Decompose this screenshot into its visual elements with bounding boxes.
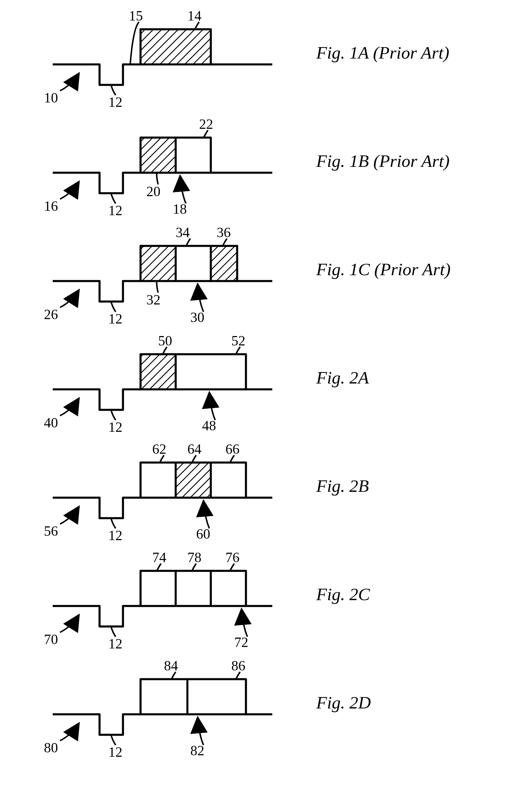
port-ref-arrow bbox=[197, 284, 204, 312]
figure-caption: Fig. 2D bbox=[316, 693, 371, 712]
fig-2d bbox=[53, 672, 272, 745]
main-ref: 80 bbox=[44, 740, 58, 755]
segment-ref: 36 bbox=[217, 225, 231, 240]
notch-ref-leader bbox=[111, 519, 116, 528]
segment-ref: 62 bbox=[152, 441, 166, 457]
notch-ref: 12 bbox=[108, 636, 122, 651]
notch-ref: 12 bbox=[108, 744, 122, 760]
figure-caption: Fig. 1A (Prior Art) bbox=[316, 43, 449, 62]
fig-1a bbox=[53, 22, 272, 95]
main-ref: 56 bbox=[44, 523, 58, 539]
segment-ref: 52 bbox=[231, 333, 245, 348]
fig-1c bbox=[53, 238, 272, 312]
segment-ref: 20 bbox=[146, 184, 160, 199]
notch-ref-leader bbox=[111, 303, 116, 312]
segment-ref: 76 bbox=[225, 549, 240, 565]
figure-caption: Fig. 2A bbox=[316, 368, 369, 387]
fig-2b bbox=[53, 455, 272, 528]
fig-2c bbox=[53, 563, 272, 637]
main-ref-arrow bbox=[60, 181, 79, 199]
port-ref: 82 bbox=[190, 743, 204, 758]
notch-ref: 12 bbox=[108, 527, 122, 543]
segment-ref: 84 bbox=[164, 658, 178, 673]
main-ref-arrow bbox=[60, 73, 79, 91]
porch-ref-leader bbox=[130, 22, 139, 63]
segment-ref: 74 bbox=[152, 549, 166, 565]
main-ref: 16 bbox=[44, 198, 58, 214]
notch-ref-leader bbox=[111, 628, 116, 637]
segment-ref: 50 bbox=[158, 333, 172, 348]
segment-hatched bbox=[141, 355, 175, 388]
port-ref-arrow bbox=[180, 176, 186, 204]
port-ref-arrow bbox=[204, 501, 209, 528]
main-ref: 70 bbox=[44, 632, 58, 647]
port-ref: 60 bbox=[196, 526, 210, 542]
figure-caption: Fig. 2C bbox=[316, 585, 370, 604]
segment-hatched bbox=[212, 247, 236, 280]
segment-ref-leader bbox=[157, 174, 158, 185]
port-ref-arrow bbox=[209, 392, 215, 420]
fig-1b bbox=[53, 130, 272, 204]
segment-ref: 78 bbox=[187, 549, 202, 565]
segment-ref-leader bbox=[157, 282, 158, 293]
port-ref: 18 bbox=[173, 201, 187, 217]
notch-ref-leader bbox=[111, 194, 116, 204]
segment-ref: 86 bbox=[231, 658, 245, 673]
fig-2a bbox=[53, 347, 272, 420]
notch-ref-leader bbox=[111, 736, 116, 745]
porch-ref: 15 bbox=[129, 8, 143, 23]
notch-ref: 12 bbox=[108, 94, 122, 110]
main-ref-arrow bbox=[60, 506, 79, 524]
waveform bbox=[53, 571, 272, 626]
notch-ref: 12 bbox=[108, 202, 122, 218]
segment-hatched bbox=[176, 463, 210, 497]
segment-ref: 14 bbox=[187, 8, 202, 23]
waveform bbox=[53, 679, 272, 735]
figure-caption: Fig. 1C (Prior Art) bbox=[316, 260, 451, 279]
port-ref-arrow bbox=[242, 609, 247, 637]
segment-ref: 64 bbox=[187, 441, 202, 457]
patent-figure-sheet: 10121514Fig. 1A (Prior Art)1612202218Fig… bbox=[0, 0, 532, 791]
main-ref: 10 bbox=[44, 90, 58, 105]
notch-ref-leader bbox=[111, 86, 116, 95]
segment-ref: 22 bbox=[199, 116, 213, 132]
main-ref-arrow bbox=[60, 723, 79, 741]
port-ref: 72 bbox=[234, 634, 248, 650]
main-ref-arrow bbox=[60, 615, 79, 632]
figure-caption: Fig. 2B bbox=[316, 476, 369, 496]
port-ref: 48 bbox=[202, 418, 216, 433]
segment-hatched bbox=[141, 30, 210, 63]
figure-caption: Fig. 1B (Prior Art) bbox=[316, 151, 450, 171]
port-ref-arrow bbox=[197, 717, 204, 745]
main-ref: 40 bbox=[44, 415, 58, 430]
segment-hatched bbox=[141, 138, 175, 172]
main-ref: 26 bbox=[44, 307, 58, 322]
waveform bbox=[53, 463, 272, 518]
segment-hatched bbox=[141, 247, 175, 280]
segment-ref: 32 bbox=[146, 292, 160, 307]
notch-ref: 12 bbox=[108, 419, 122, 435]
segment-ref: 34 bbox=[176, 225, 190, 240]
port-ref: 30 bbox=[190, 309, 204, 325]
notch-ref: 12 bbox=[108, 311, 122, 326]
main-ref-arrow bbox=[60, 290, 79, 307]
main-ref-arrow bbox=[60, 398, 79, 416]
segment-ref: 66 bbox=[225, 441, 240, 457]
notch-ref-leader bbox=[111, 411, 116, 420]
